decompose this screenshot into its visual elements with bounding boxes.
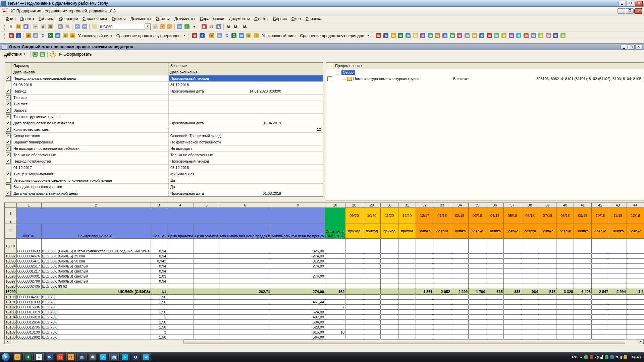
row-number[interactable]: 3: [5, 224, 17, 239]
month-cell[interactable]: [503, 330, 521, 335]
param-value[interactable]: По фактической потребности: [169, 139, 323, 145]
toolbar-extra-icon[interactable]: ▤: [493, 33, 500, 39]
month-cell[interactable]: [469, 310, 486, 315]
stock-cell[interactable]: [325, 315, 345, 320]
month-cell[interactable]: [345, 264, 363, 269]
tray-battery-icon[interactable]: ▮: [620, 355, 622, 359]
packing-list-button[interactable]: Упаковочный лист: [76, 33, 114, 39]
taskbar-q-app-icon[interactable]: Q: [131, 353, 140, 361]
help-icon[interactable]: ?: [50, 51, 56, 57]
month-cell[interactable]: [486, 274, 503, 279]
tray-shield-icon[interactable]: [590, 355, 593, 359]
month-cell[interactable]: [521, 330, 539, 335]
param-label[interactable]: Выводить цены конкурентов: [12, 184, 169, 190]
row-number[interactable]: 16097: [5, 279, 17, 284]
column-number[interactable]: 10: [325, 203, 345, 208]
restore-settings-icon[interactable]: ▥: [39, 51, 46, 58]
row-number[interactable]: 16098: [5, 284, 17, 289]
toolbar-extra-icon[interactable]: ▤: [508, 33, 515, 39]
month-cell[interactable]: [574, 284, 591, 289]
code-cell[interactable]: 00000000633: [16, 239, 41, 254]
month-cell[interactable]: [556, 254, 574, 259]
month-cell[interactable]: [469, 254, 486, 259]
column-number[interactable]: 6: [219, 203, 271, 208]
save-settings-icon[interactable]: ▤: [32, 51, 39, 58]
name-cell[interactable]: ШСЛ70К: [41, 320, 151, 325]
month-cell[interactable]: [398, 315, 416, 320]
sale-price-cell[interactable]: [167, 315, 194, 320]
column-number[interactable]: 32: [416, 203, 433, 208]
month-cell[interactable]: [433, 315, 451, 320]
param-label[interactable]: Тип гост: [12, 101, 169, 107]
month-cell[interactable]: [469, 274, 486, 279]
code-cell[interactable]: 00000004676: [16, 254, 41, 259]
row-number[interactable]: 16106: [5, 325, 17, 330]
month-cell[interactable]: [627, 325, 644, 330]
month-cell[interactable]: [416, 310, 433, 315]
month-cell[interactable]: [503, 315, 521, 320]
month-cell[interactable]: [381, 239, 398, 254]
weight-cell[interactable]: 1,56: [151, 295, 167, 300]
menu-item-6[interactable]: Отчеты: [109, 16, 128, 22]
month-cell[interactable]: [363, 295, 380, 300]
search-icon[interactable]: ◌: [91, 23, 98, 30]
month-cell[interactable]: [556, 279, 574, 284]
min-list-price-cell[interactable]: 325,00: [271, 239, 325, 254]
month-cell[interactable]: [503, 295, 521, 300]
param-value[interactable]: Только не обеспеченные: [169, 152, 323, 158]
month-cell[interactable]: [609, 330, 627, 335]
month-cell[interactable]: [609, 259, 627, 264]
month-cell[interactable]: [539, 315, 556, 320]
month-cell[interactable]: [539, 284, 556, 289]
menu-item-2[interactable]: Правка: [18, 16, 37, 22]
month-cell[interactable]: [451, 310, 468, 315]
code-cell[interactable]: 00000012795: [16, 325, 41, 330]
min-sale-price-cell[interactable]: [219, 269, 271, 274]
toolbar-extra-icon[interactable]: ▤: [471, 33, 478, 39]
param-value[interactable]: [169, 95, 323, 101]
month-cell[interactable]: [574, 315, 591, 320]
param-checkbox[interactable]: ✔: [6, 146, 11, 151]
month-cell[interactable]: [503, 300, 521, 305]
month-cell[interactable]: [363, 325, 380, 330]
month-cell[interactable]: [451, 305, 468, 310]
month-cell[interactable]: [486, 284, 503, 289]
month-cell[interactable]: [574, 279, 591, 284]
param-value[interactable]: Произвольная дата01.04.2019: [169, 120, 323, 126]
month-cell[interactable]: [486, 310, 503, 315]
month-cell[interactable]: [345, 254, 363, 259]
coins-icon[interactable]: ◎: [69, 33, 76, 39]
weight-cell[interactable]: 0,94: [151, 264, 167, 269]
name-cell[interactable]: ШСЛ60К (GI60ES) светлый: [41, 269, 151, 274]
column-number[interactable]: 33: [433, 203, 451, 208]
doc-money-icon[interactable]: ▤: [246, 33, 252, 39]
payment-person-icon[interactable]: ◉: [25, 33, 32, 39]
sale-price-cell[interactable]: [167, 254, 194, 259]
month-cell[interactable]: [627, 300, 644, 305]
month-cell[interactable]: [539, 310, 556, 315]
weight-cell[interactable]: 1: [151, 315, 167, 320]
param-checkbox[interactable]: ✔: [6, 108, 11, 113]
month-cell[interactable]: [416, 274, 433, 279]
compare-sales-button[interactable]: Сравнение продаж двух периодов: [298, 33, 366, 39]
month-cell[interactable]: [627, 310, 644, 315]
weight-cell[interactable]: 0,94: [151, 239, 167, 254]
month-cell[interactable]: [398, 284, 416, 289]
code-cell[interactable]: 00000002517: [16, 264, 41, 269]
month-cell[interactable]: [609, 325, 627, 330]
min-list-price-cell[interactable]: [271, 295, 325, 300]
param-label[interactable]: Валюта: [12, 107, 169, 113]
stock-cell[interactable]: 7: [325, 305, 345, 310]
invoice-icon[interactable]: С: [40, 33, 46, 39]
month-cell[interactable]: [627, 305, 644, 310]
find-next-icon[interactable]: ◔: [159, 23, 166, 30]
toolbar-extra-icon[interactable]: ▤: [530, 33, 537, 39]
month-cell[interactable]: [591, 274, 609, 279]
tray-cloud-icon[interactable]: [610, 355, 614, 359]
month-cell[interactable]: [416, 295, 433, 300]
column-number[interactable]: 5: [194, 203, 219, 208]
month-cell[interactable]: [469, 264, 486, 269]
menu-item-14[interactable]: Окна: [289, 16, 303, 22]
name-cell[interactable]: ШСЛ70: [41, 295, 151, 300]
param-label[interactable]: Период потрбеностей: [12, 158, 169, 164]
